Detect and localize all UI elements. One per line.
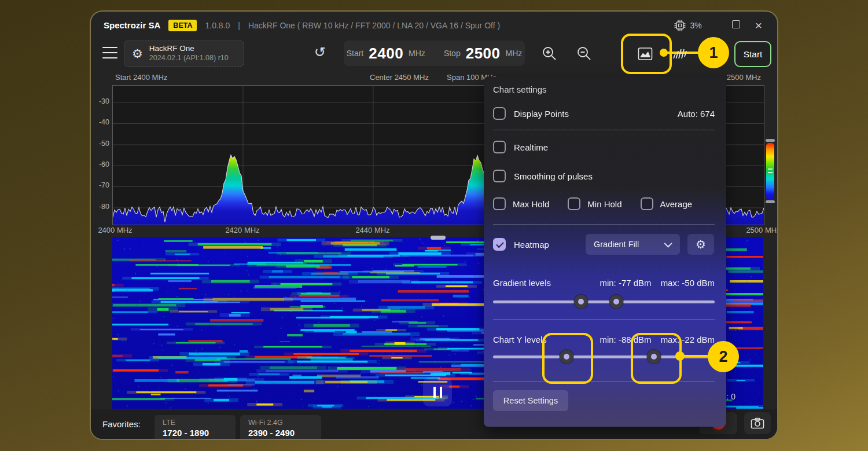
reset-settings-button[interactable]: Reset Settings <box>493 390 568 411</box>
callout-2-badge: 2 <box>708 341 739 372</box>
realtime-row: Realtime <box>493 139 548 155</box>
cpu-chip-icon <box>674 19 686 32</box>
y-tick: -50 <box>92 140 109 148</box>
stop-freq-label: Stop <box>444 49 461 58</box>
waterfall-icon <box>671 46 688 62</box>
hold-modes-row: Max Hold Min Hold Average <box>493 196 692 212</box>
x-tick: 2420 MHz <box>225 226 259 234</box>
preset-name: Wi-Fi 2.4G <box>248 418 313 427</box>
gradient-levels-slider <box>493 295 715 309</box>
callout-2-highlight-box-max <box>631 333 682 384</box>
chart-start-label: Start 2400 MHz <box>115 73 167 82</box>
x-tick: 2500 MHz <box>746 226 778 234</box>
y-tick: -60 <box>92 160 109 168</box>
beta-badge: BETA <box>168 20 197 31</box>
preset-range: 2390 - 2490 MHz <box>248 427 313 440</box>
start-freq-unit: MHz <box>409 49 425 58</box>
gradient-max-handle[interactable] <box>609 295 623 309</box>
device-info-summary: HackRF One ( RBW 10 kHz / FFT 2000 / LNA… <box>248 21 500 30</box>
average-checkbox[interactable] <box>641 197 653 210</box>
pause-indicator <box>423 377 452 406</box>
gradient-levels-values: min: -77 dBm max: -50 dBm <box>599 278 715 288</box>
callout-2-highlight-box-min <box>542 333 593 384</box>
start-sweep-button[interactable]: Start <box>734 41 771 67</box>
slider-track[interactable] <box>493 300 715 303</box>
toolbar: ⚙ HackRF One 2024.02.1 (API:1.08) r10 ↺ … <box>91 39 777 72</box>
desktop-background: Spectrozir SA BETA 1.0.8.0 | HackRF One … <box>0 0 868 451</box>
realtime-label: Realtime <box>514 142 548 152</box>
min-hold-checkbox[interactable] <box>568 197 580 210</box>
preset-range: 1720 - 1890 MHz <box>163 427 227 440</box>
smoothing-checkbox[interactable] <box>493 170 506 182</box>
gradient-colorbar[interactable] <box>766 143 774 199</box>
callout-1-highlight-box <box>621 34 672 74</box>
chevron-down-icon <box>664 240 672 248</box>
callout-1-badge: 1 <box>698 37 729 68</box>
preset-wifi-button[interactable]: Wi-Fi 2.4G 2390 - 2490 MHz <box>240 415 321 440</box>
display-points-label: Display Points <box>514 109 569 119</box>
min-hold-label: Min Hold <box>587 199 621 209</box>
colorbar-top-handle[interactable] <box>766 139 775 142</box>
stop-freq-unit: MHz <box>506 49 523 58</box>
splitter-drag-handle[interactable] <box>431 236 446 240</box>
colorbar-tick <box>768 168 773 170</box>
gear-icon: ⚙ <box>132 47 143 60</box>
stop-freq-value: 2500 <box>466 45 501 63</box>
display-points-row: Display Points <box>493 105 569 122</box>
heatmap-label: Heatmap <box>514 240 549 250</box>
auto-points-value: Auto: 674 <box>678 109 715 119</box>
screenshot-button[interactable] <box>744 412 771 434</box>
colorbar-bottom-handle[interactable] <box>766 200 775 203</box>
gradient-fill-value: Gradient Fill <box>594 240 639 249</box>
chart-y-levels-label: Chart Y levels <box>493 335 547 344</box>
gradient-levels-label: Gradient levels <box>493 278 551 288</box>
start-freq-value: 2400 <box>369 45 403 63</box>
average-label: Average <box>660 199 693 209</box>
gradient-min-value: min: -77 dBm <box>599 278 651 288</box>
smoothing-row: Smoothing of pulses <box>493 168 593 184</box>
preset-name: LTE <box>163 418 227 427</box>
close-button[interactable]: × <box>755 19 762 31</box>
y-tick: -30 <box>92 97 109 105</box>
titlebar: Spectrozir SA BETA 1.0.8.0 | HackRF One … <box>91 12 777 39</box>
realtime-checkbox[interactable] <box>493 141 506 153</box>
max-hold-label: Max Hold <box>513 199 549 209</box>
zoom-in-icon[interactable] <box>541 45 557 61</box>
chart-stop-label: 2500 MHz <box>727 73 761 82</box>
start-freq-label: Start <box>347 49 364 58</box>
frequency-range-button[interactable]: Start 2400 MHz Stop 2500 MHz <box>344 41 525 66</box>
divider <box>493 319 715 320</box>
x-tick: 2400 MHz <box>98 226 132 234</box>
device-name: HackRF One <box>149 44 229 54</box>
cpu-usage: 3% <box>674 19 702 32</box>
maximize-button[interactable] <box>732 20 740 30</box>
divider <box>493 381 715 382</box>
camera-icon <box>751 417 764 429</box>
cpu-usage-value: 3% <box>690 21 702 30</box>
y-tick: -70 <box>92 181 109 189</box>
y-tick: -80 <box>92 203 109 211</box>
divider <box>493 130 715 130</box>
titlebar-separator: | <box>238 21 240 30</box>
heatmap-checkbox[interactable] <box>493 238 506 251</box>
divider <box>493 224 715 225</box>
undo-icon[interactable]: ↺ <box>314 44 326 60</box>
device-select-button[interactable]: ⚙ HackRF One 2024.02.1 (API:1.08) r10 <box>124 41 244 67</box>
zoom-out-icon[interactable] <box>576 45 592 61</box>
menu-icon[interactable] <box>102 47 117 58</box>
chart-settings-panel: Chart settings Display Points Auto: 674 … <box>484 76 726 427</box>
max-hold-checkbox[interactable] <box>493 197 506 210</box>
callout-2-dot <box>675 351 685 361</box>
panel-title: Chart settings <box>493 85 547 94</box>
heatmap-row: Heatmap <box>493 236 549 252</box>
app-title: Spectrozir SA <box>104 20 160 30</box>
display-points-checkbox[interactable] <box>493 107 506 120</box>
gradient-min-handle[interactable] <box>574 295 588 309</box>
gear-icon: ⚙ <box>696 237 706 251</box>
gradient-fill-dropdown[interactable]: Gradient Fill <box>586 234 680 255</box>
heatmap-gear-button[interactable]: ⚙ <box>687 234 714 255</box>
app-version: 1.0.8.0 <box>205 21 230 30</box>
favorites-label: Favorites: <box>102 419 141 429</box>
preset-lte-button[interactable]: LTE 1720 - 1890 MHz <box>155 415 236 440</box>
chart-center-label: Center 2450 MHz <box>370 73 429 82</box>
